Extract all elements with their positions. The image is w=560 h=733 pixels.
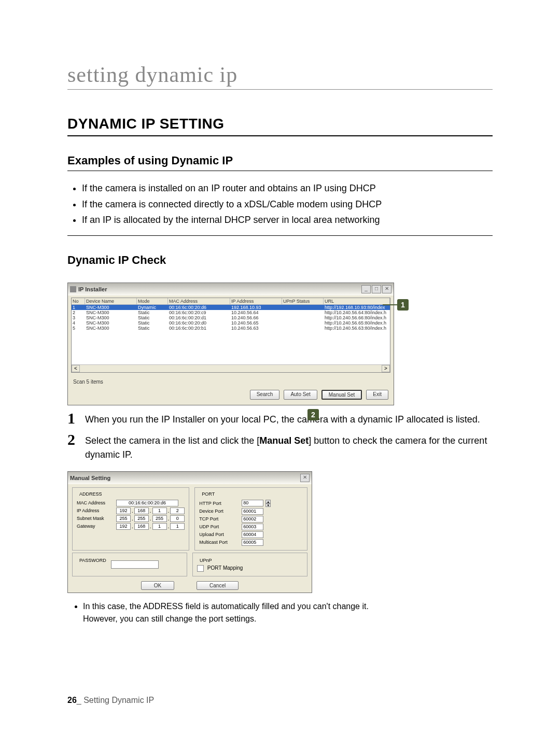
cell-mac: 00:16:6c:00:20:c9 [168,310,230,315]
titlebar[interactable]: IP Installer _ □ ✕ [68,283,394,295]
manual-set-button[interactable]: Manual Set [321,390,362,400]
cell-upnp [282,310,324,315]
cell-no: 5 [72,326,85,331]
cell-url: http://10.240.56.64:80/index.h [324,310,390,315]
cell-mac: 00:16:6c:00:20:d1 [168,315,230,320]
cell-upnp [282,315,324,320]
examples-list: If the camera is installed on an IP rout… [67,178,493,236]
cell-mode: Static [137,326,168,331]
port-mapping-label: PORT Mapping [207,565,243,571]
close-icon[interactable]: ✕ [382,285,391,293]
table-row[interactable]: 3 SNC-M300 Static 00:16:6c:00:20:d1 10.2… [72,315,390,320]
step2-before: Select the camera in the list and click … [85,435,259,446]
cell-ip: 10.240.56.65 [230,320,282,326]
close-icon[interactable]: ✕ [300,474,310,482]
ok-button[interactable]: OK [141,581,174,590]
section-heading: DYNAMIC IP SETTING [67,116,493,136]
col-mac[interactable]: MAC Address [168,298,230,305]
scroll-right-icon[interactable]: > [382,365,390,372]
cell-mac: 00:16:6c:00:20:d6 [168,305,230,310]
password-legend: PASSWORD [78,558,108,563]
cell-mac: 00:16:6c:00:20:b1 [168,326,230,331]
cell-mode: Static [137,320,168,326]
mac-label: MAC Address [77,500,114,505]
multicast-port-label: Multicast Port [199,540,240,545]
udp-port-input[interactable]: 60003 [242,524,263,530]
table-row[interactable]: 2 SNC-M300 Static 00:16:6c:00:20:c9 10.2… [72,310,390,315]
grid-header: No Device Name Mode MAC Address IP Addre… [72,298,390,305]
port-legend: PORT [200,491,216,497]
cell-url: http://10.240.56.63:80/index.h [324,326,390,331]
page-number: 26 [67,696,77,704]
gateway-seg[interactable]: 192 [116,523,131,530]
tcp-port-input[interactable]: 60002 [242,516,263,523]
exit-button[interactable]: Exit [366,390,388,400]
examples-heading: Examples of using Dynamic IP [67,154,493,171]
gateway-seg[interactable]: 168 [134,523,149,530]
upnp-legend: UPnP [198,558,214,563]
gateway-input[interactable]: 192. 168. 1. 1 [116,523,185,530]
col-upnp[interactable]: UPnP Status [282,298,324,305]
subnet-seg[interactable]: 255 [152,515,167,522]
col-ip[interactable]: IP Address [230,298,282,305]
subnet-label: Subnet Mask [77,516,114,521]
device-port-input[interactable]: 60001 [242,508,263,515]
checkbox-icon[interactable] [197,565,204,572]
cell-upnp [282,326,324,331]
cell-ip: 10.240.56.66 [230,315,282,320]
ip-seg[interactable]: 192 [116,508,131,514]
cell-name: SNC-M300 [85,315,137,320]
subnet-seg[interactable]: 255 [116,515,131,522]
horizontal-scrollbar[interactable]: < > [72,364,390,372]
cell-no: 3 [72,315,85,320]
device-port-label: Device Port [199,509,240,514]
scroll-left-icon[interactable]: < [72,365,80,372]
ip-seg[interactable]: 168 [134,508,149,514]
col-mode[interactable]: Mode [137,298,168,305]
http-port-input[interactable]: 80 [242,500,263,506]
cell-url: http://10.240.56.65:80/index.h [324,320,390,326]
auto-set-button[interactable]: Auto Set [284,390,317,400]
ip-input[interactable]: 192. 168. 1. 2 [116,508,185,514]
minimize-icon[interactable]: _ [361,285,371,293]
col-no[interactable]: No [72,298,85,305]
table-row[interactable]: 5 SNC-M300 Static 00:16:6c:00:20:b1 10.2… [72,326,390,331]
subnet-seg[interactable]: 255 [134,515,149,522]
cell-no: 2 [72,310,85,315]
multicast-port-input[interactable]: 60005 [242,539,263,546]
cell-ip: 10.240.56.64 [230,310,282,315]
subnet-seg[interactable]: 0 [170,515,185,522]
subnet-input[interactable]: 255. 255. 255. 0 [116,515,185,522]
search-button[interactable]: Search [250,390,280,400]
table-row[interactable]: 1 SNC-M300 Dynamic 00:16:6c:00:20:d6 192… [72,305,390,310]
example-3: If an IP is allocated by the internal DH… [82,212,493,228]
step2-bold: Manual Set [259,435,309,446]
password-input[interactable] [111,560,159,569]
mac-value[interactable]: 00:16:6c:00:20:d6 [116,500,178,506]
window-title: IP Installer [78,286,107,292]
ip-label: IP Address [77,508,114,513]
ip-seg[interactable]: 2 [170,508,185,514]
callout-badge-1: 1 [397,299,409,311]
cell-name: SNC-M300 [85,326,137,331]
port-mapping-checkbox[interactable]: PORT Mapping [197,565,303,572]
ip-seg[interactable]: 1 [152,508,167,514]
cancel-button[interactable]: Cancel [197,581,239,590]
ip-installer-window: IP Installer _ □ ✕ No Device Name Mode M… [67,283,394,405]
app-icon [70,286,76,292]
maximize-icon[interactable]: □ [372,285,381,293]
col-device-name[interactable]: Device Name [85,298,137,305]
upload-port-input[interactable]: 60004 [242,531,263,538]
gateway-seg[interactable]: 1 [152,523,167,530]
cell-ip: 10.240.56.63 [230,326,282,331]
gateway-seg[interactable]: 1 [170,523,185,530]
cell-name: SNC-M300 [85,310,137,315]
col-url[interactable]: URL [324,298,390,305]
cell-upnp [282,305,324,310]
step-text-2: Select the camera in the list and click … [85,432,493,462]
dynamic-check-heading: Dynamic IP Check [67,253,493,270]
manual-setting-titlebar[interactable]: Manual Setting ✕ [68,472,312,484]
spinner-icon[interactable]: ▲▼ [265,500,271,507]
table-row[interactable]: 4 SNC-M300 Static 00:16:6c:00:20:d0 10.2… [72,320,390,326]
cell-url: http://192.168.10.93:80/index [324,305,390,310]
